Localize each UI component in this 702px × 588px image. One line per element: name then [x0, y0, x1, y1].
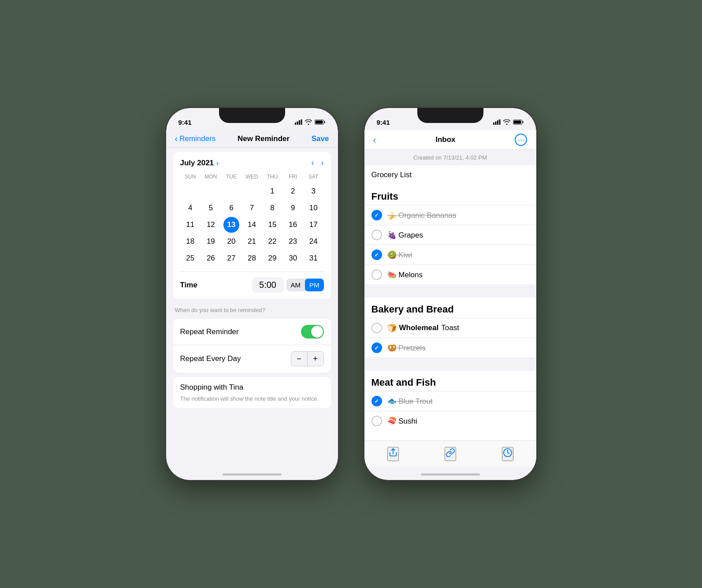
reminder-button[interactable] — [502, 447, 513, 461]
list-item: 🐟 Blue Trout — [364, 391, 536, 411]
cal-cell[interactable]: 8 — [262, 200, 283, 216]
repeat-every-label: Repeat Every Day — [180, 354, 241, 363]
cal-cell[interactable]: 25 — [180, 250, 201, 266]
repeat-toggle[interactable] — [301, 325, 324, 339]
time-input[interactable] — [252, 277, 284, 293]
checkbox-wholemeal[interactable] — [371, 323, 382, 333]
cal-cell[interactable] — [241, 183, 262, 199]
share-button[interactable] — [387, 447, 399, 461]
cal-cell[interactable]: 30 — [282, 250, 303, 266]
list-item: 🥨 Pretzels — [364, 338, 536, 357]
cal-cell[interactable]: 10 — [303, 200, 324, 216]
share-icon — [388, 448, 398, 458]
checkbox-sushi[interactable] — [371, 416, 382, 426]
nav-title-left: New Reminder — [238, 134, 290, 143]
next-month-button[interactable]: › — [321, 158, 324, 167]
cal-cell[interactable]: 19 — [201, 234, 221, 249]
svg-rect-7 — [495, 122, 496, 125]
cal-cell[interactable]: 22 — [262, 234, 283, 249]
repeat-reminder-label: Repeat Reminder — [180, 327, 239, 336]
note-title[interactable]: Shopping with Tina — [180, 383, 324, 392]
cal-cell[interactable]: 31 — [303, 250, 324, 266]
day-fri: FRI — [282, 173, 303, 181]
cal-cell[interactable]: 14 — [241, 217, 262, 233]
today-date[interactable]: 13 — [223, 217, 239, 233]
checkbox-organic-bananas[interactable] — [371, 210, 382, 220]
svg-rect-9 — [499, 119, 500, 125]
day-sun: SUN — [180, 173, 201, 181]
cal-cell[interactable]: 5 — [201, 200, 221, 216]
cal-cell[interactable]: 3 — [303, 183, 324, 199]
cal-cell-today[interactable]: 13 — [221, 217, 242, 233]
am-button[interactable]: AM — [286, 279, 305, 291]
calendar-card: July 2021 › ‹ › SUN MON TUE — [173, 152, 331, 299]
day-sat: SAT — [303, 173, 324, 181]
stepper-plus[interactable]: + — [308, 352, 323, 366]
svg-rect-3 — [301, 119, 302, 125]
calendar-days-header: SUN MON TUE WED THU FRI SAT — [180, 173, 324, 181]
cal-cell[interactable]: 1 — [262, 183, 283, 199]
notch — [219, 108, 285, 123]
cal-cell[interactable]: 16 — [282, 217, 303, 233]
cal-cell[interactable]: 26 — [201, 250, 221, 266]
cal-cell[interactable]: 12 — [201, 217, 221, 233]
stepper-minus[interactable]: − — [291, 352, 307, 366]
cal-cell[interactable]: 6 — [221, 200, 242, 216]
save-button[interactable]: Save — [312, 134, 329, 143]
left-phone: 9:41 ‹ Reminders New Reminder Save — [166, 108, 338, 480]
back-button-left[interactable]: ‹ Reminders — [175, 134, 216, 144]
cal-cell[interactable] — [180, 183, 201, 199]
cal-cell[interactable]: 23 — [282, 234, 303, 249]
checkbox-blue-trout[interactable] — [371, 396, 382, 406]
status-icons-right — [493, 119, 524, 125]
list-item: 🍇 Grapes — [364, 225, 536, 245]
prev-month-button[interactable]: ‹ — [312, 158, 314, 167]
section-divider — [364, 284, 536, 298]
repeat-every-row: Repeat Every Day − + — [173, 345, 331, 372]
checkbox-grapes[interactable] — [371, 230, 382, 240]
checkbox-melons[interactable] — [371, 269, 382, 280]
cal-cell[interactable]: 17 — [303, 217, 324, 233]
right-phone: 9:41 ‹ Inbox ··· Created on 7/13/21, 4:0… — [364, 108, 536, 480]
cal-cell[interactable]: 18 — [180, 234, 201, 249]
cal-cell[interactable]: 20 — [221, 234, 242, 249]
svg-rect-0 — [295, 123, 296, 125]
cal-cell[interactable]: 4 — [180, 200, 201, 216]
time-controls: AM PM — [252, 277, 324, 293]
cal-cell[interactable] — [201, 183, 221, 199]
section-header-fruits: Fruits — [364, 185, 536, 205]
checkbox-pretzels[interactable] — [371, 342, 382, 353]
cal-cell[interactable]: 15 — [262, 217, 283, 233]
repeat-reminder-row: Repeat Reminder — [173, 319, 331, 345]
cal-cell[interactable]: 27 — [221, 250, 242, 266]
pm-button[interactable]: PM — [305, 279, 324, 291]
back-label-left: Reminders — [179, 134, 215, 143]
calendar-weeks: 1 2 3 4 5 6 7 8 9 10 11 — [180, 183, 324, 266]
cal-cell[interactable]: 24 — [303, 234, 324, 249]
ampm-group: AM PM — [286, 279, 324, 291]
wifi-icon — [305, 119, 312, 125]
calendar-nav: ‹ › — [312, 158, 324, 167]
item-text-kiwi: 🥝 Kiwi — [387, 250, 412, 260]
item-text-pretzels: 🥨 Pretzels — [387, 343, 426, 353]
section-divider-2 — [364, 357, 536, 371]
cal-cell[interactable]: 7 — [241, 200, 262, 216]
time-label: Time — [180, 281, 197, 290]
cal-cell[interactable] — [221, 183, 242, 199]
inbox-back-button[interactable]: ‹ — [373, 135, 376, 145]
inbox-nav: ‹ Inbox ··· — [364, 130, 536, 150]
screen-content-left: July 2021 › ‹ › SUN MON TUE — [166, 148, 338, 480]
home-indicator-right — [421, 473, 480, 476]
cal-cell[interactable]: 29 — [262, 250, 283, 266]
cal-cell[interactable]: 2 — [282, 183, 303, 199]
checkbox-kiwi[interactable] — [371, 249, 382, 260]
cal-cell[interactable]: 11 — [180, 217, 201, 233]
cal-cell[interactable]: 21 — [241, 234, 262, 249]
cal-cell[interactable]: 9 — [282, 200, 303, 216]
back-chevron-left: ‹ — [175, 134, 178, 144]
nav-bar-left: ‹ Reminders New Reminder Save — [166, 130, 338, 148]
list-item: 🍌 Organic Bananas — [364, 205, 536, 225]
cal-cell[interactable]: 28 — [241, 250, 262, 266]
more-button[interactable]: ··· — [515, 134, 527, 146]
link-button[interactable] — [445, 447, 456, 461]
